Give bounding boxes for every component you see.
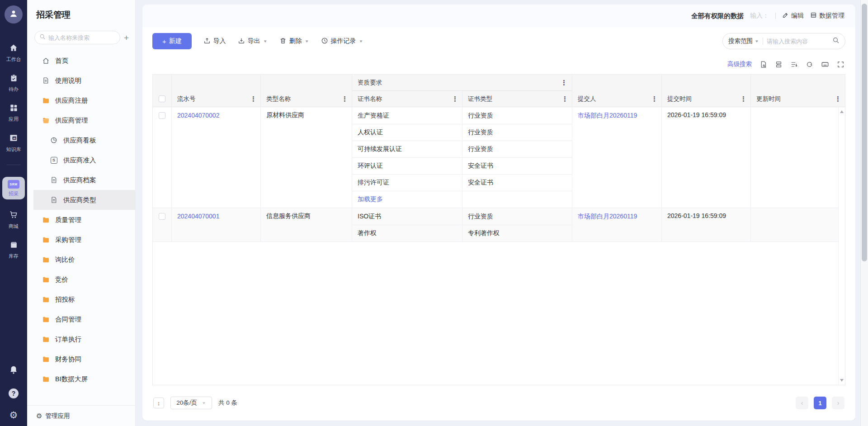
search-scope-dropdown[interactable]: 搜索范围 ▼ [728, 37, 759, 45]
kebab-menu-icon[interactable]: ⋮ [341, 95, 348, 102]
window-scrollbar[interactable] [860, 0, 868, 426]
data-table: 流水号 ⋮ 类型名称 ⋮ 资质要求 ⋮ 证书 [152, 74, 845, 385]
manage-apps-button[interactable]: ⚙ 管理应用 [27, 405, 135, 426]
chevron-down-icon: ▼ [359, 39, 363, 43]
kebab-menu-icon[interactable]: ⋮ [561, 95, 568, 102]
operation-log-button[interactable]: 操作记录 ▼ [321, 37, 363, 46]
row-checkbox[interactable] [159, 213, 165, 220]
rail-item-knowledge[interactable]: AI 知识库 [6, 133, 21, 153]
sidebar-item-supplier-archive[interactable]: 供应商档案 [33, 170, 135, 190]
delete-button[interactable]: 删除 ▼ [279, 37, 309, 46]
avatar[interactable] [5, 5, 23, 24]
sidebar-search-box[interactable] [34, 31, 120, 44]
row-height-icon[interactable] [775, 61, 783, 68]
rail-item-todo[interactable]: 待办 [9, 74, 19, 93]
keyboard-icon[interactable] [821, 60, 829, 68]
serial-link[interactable]: 202404070002 [177, 112, 219, 119]
column-header-serial[interactable]: 流水号 ⋮ [172, 75, 261, 107]
sidebar-search-input[interactable] [48, 34, 112, 41]
sidebar-item-order[interactable]: 订单执行 [27, 329, 135, 349]
line-height-icon[interactable]: ↕ [153, 398, 164, 408]
kebab-menu-icon[interactable]: ⋮ [651, 95, 658, 102]
sidebar-item-tendering[interactable]: 招投标 [27, 289, 135, 309]
table-search-box: 搜索范围 ▼ [722, 33, 845, 49]
sidebar-item-label: 订单执行 [55, 335, 81, 344]
type-name-cell: 原材料供应商 [261, 107, 352, 208]
sidebar-item-purchase[interactable]: 采购管理 [27, 230, 135, 250]
clock-icon [321, 37, 328, 46]
export-button[interactable]: 导出 ▼ [238, 37, 268, 46]
sidebar-item-supplier-type[interactable]: 供应商类型 [33, 190, 135, 210]
sidebar-item-home[interactable]: 首页 [27, 51, 135, 71]
folder-icon [42, 256, 50, 264]
help-icon[interactable]: ? [9, 388, 19, 398]
new-button[interactable]: + 新建 [152, 33, 192, 49]
load-more-link[interactable]: 加载更多 [358, 195, 383, 204]
kebab-menu-icon[interactable]: ⋮ [561, 79, 567, 86]
rail-item-label: 知识库 [6, 146, 21, 153]
edit-button[interactable]: 编辑 [782, 12, 804, 20]
table-search-input[interactable] [767, 38, 829, 45]
select-all-checkbox[interactable] [159, 95, 165, 102]
cert-type: 行业资质 [462, 124, 572, 141]
sidebar-item-label: 招投标 [55, 295, 75, 304]
data-manage-button[interactable]: 数据管理 [810, 12, 844, 20]
table-scrollbar[interactable] [838, 107, 845, 385]
sidebar-item-quality[interactable]: 质量管理 [27, 210, 135, 230]
current-page-button[interactable]: 1 [814, 397, 826, 409]
rail-item-workbench[interactable]: 工作台 [6, 43, 21, 63]
column-settings-icon[interactable] [790, 61, 798, 68]
column-header-submitter[interactable]: 提交人 ⋮ [572, 75, 662, 107]
rail-item-inventory[interactable]: 库存 [9, 241, 19, 260]
sidebar-item-contract[interactable]: 合同管理 [27, 309, 135, 329]
settings-gear-icon[interactable]: ⚙ [9, 410, 18, 420]
page-size-select[interactable]: 20条/页 ▼ [170, 397, 212, 409]
kebab-menu-icon[interactable]: ⋮ [250, 95, 257, 102]
rail-item-apps[interactable]: 应用 [9, 104, 19, 123]
column-header-cert-name[interactable]: 证书名称 ⋮ [352, 91, 462, 107]
sidebar-item-supplier-manage[interactable]: 供应商管理 [27, 110, 135, 130]
folder-icon [42, 375, 50, 383]
column-header-update-time[interactable]: 更新时间 ⋮ [751, 75, 845, 107]
column-header-cert-type[interactable]: 证书类型 ⋮ [462, 91, 572, 107]
import-button[interactable]: 导入 [203, 37, 226, 46]
rail-item-label: 工作台 [6, 56, 21, 63]
advanced-search-link[interactable]: 高级搜索 [727, 60, 752, 68]
prev-page-button[interactable]: ‹ [796, 397, 808, 409]
row-checkbox[interactable] [159, 112, 165, 119]
serial-link[interactable]: 202404070001 [177, 213, 219, 220]
sidebar-item-supplier-dashboard[interactable]: 供应商看板 [33, 130, 135, 150]
refresh-icon[interactable] [806, 61, 813, 68]
scrollbar-thumb[interactable] [862, 4, 867, 261]
kebab-menu-icon[interactable]: ⋮ [452, 95, 458, 102]
rail-item-procurement[interactable]: SRM 招采 [2, 177, 25, 199]
scroll-up-icon[interactable] [840, 110, 844, 113]
next-page-button[interactable]: › [832, 397, 844, 409]
scroll-down-icon[interactable] [840, 379, 844, 382]
group-header-qualification[interactable]: 资质要求 ⋮ [352, 75, 572, 91]
sidebar-item-supplier-register[interactable]: 供应商注册 [27, 90, 135, 110]
rail-item-mall[interactable]: 商城 [9, 210, 19, 230]
sidebar-item-inquiry[interactable]: 询比价 [27, 250, 135, 270]
sidebar-item-instructions[interactable]: 使用说明 [27, 71, 135, 90]
srm-badge-icon: SRM [8, 180, 19, 189]
total-count-label: 共 0 条 [218, 399, 237, 407]
sidebar-item-finance[interactable]: 财务协同 [27, 349, 135, 369]
sidebar-item-bi-screen[interactable]: BI数据大屏 [27, 369, 135, 389]
file-preview-icon[interactable] [760, 61, 767, 68]
cert-list-cell: ISO证书 行业资质 著作权 专利著作权 [352, 208, 572, 241]
cert-name: 人权认证 [352, 124, 462, 141]
app-root: 工作台 待办 应用 AI 知识库 SRM 招采 [0, 0, 868, 426]
sidebar-item-supplier-access[interactable]: S 供应商准入 [33, 150, 135, 170]
fullscreen-icon[interactable] [837, 61, 844, 68]
kebab-menu-icon[interactable]: ⋮ [835, 95, 841, 102]
kebab-menu-icon[interactable]: ⋮ [740, 95, 747, 102]
notification-bell-icon[interactable] [9, 365, 19, 377]
add-menu-button[interactable]: + [124, 33, 129, 42]
submitter-link[interactable]: 市场部白月20260119 [578, 213, 637, 220]
submitter-link[interactable]: 市场部白月20260119 [578, 112, 637, 119]
column-header-submit-time[interactable]: 提交时间 ⋮ [662, 75, 751, 107]
column-header-type-name[interactable]: 类型名称 ⋮ [261, 75, 352, 107]
sidebar-item-bidding-price[interactable]: 竞价 [27, 270, 135, 289]
search-icon[interactable] [832, 37, 840, 46]
